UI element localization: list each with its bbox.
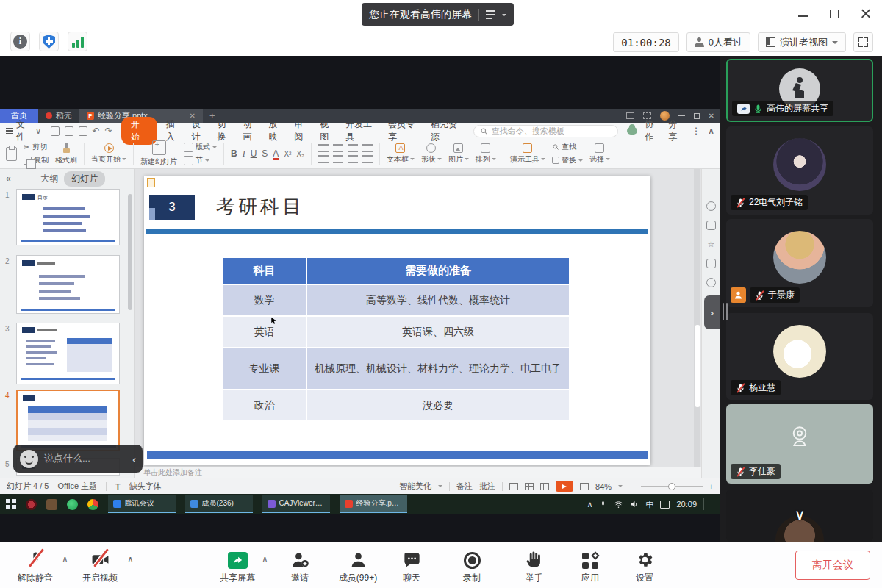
presentation-tools-button[interactable]: 演示工具: [510, 143, 545, 165]
chrome-icon[interactable]: [87, 499, 98, 510]
minimize-button[interactable]: [798, 15, 808, 17]
chat-button[interactable]: 聊天: [392, 548, 431, 584]
shapes-button[interactable]: 形状: [421, 143, 442, 165]
slideshow-play-button[interactable]: [556, 481, 573, 492]
panel-collapse-icon[interactable]: «: [6, 173, 11, 184]
superscript-button[interactable]: X²: [284, 150, 291, 158]
menu-view[interactable]: 视图: [320, 118, 337, 143]
theme-name[interactable]: Office 主题: [57, 481, 97, 492]
menu-member[interactable]: 会员专享: [388, 118, 422, 143]
section-button[interactable]: 节: [184, 155, 217, 165]
chat-input[interactable]: 说点什么...: [44, 452, 120, 465]
more-menu-icon[interactable]: ⋮: [692, 126, 700, 136]
meeting-info-button[interactable]: i: [10, 32, 30, 51]
wps-minimize-button[interactable]: [678, 115, 685, 117]
slide-thumbnail-2[interactable]: [16, 255, 120, 314]
collaborate-button[interactable]: 协作: [645, 118, 661, 143]
normal-view-icon[interactable]: [509, 483, 518, 490]
touch-keyboard-icon[interactable]: [660, 501, 670, 509]
raise-hand-button[interactable]: 举手: [515, 548, 553, 584]
view-mode-selector[interactable]: 演讲者视图: [758, 32, 846, 52]
export-icon[interactable]: [79, 126, 87, 136]
command-search[interactable]: [473, 125, 618, 137]
notes-button[interactable]: 备注: [456, 481, 473, 492]
taskbar-app-icon[interactable]: [46, 499, 57, 510]
print-icon[interactable]: [65, 126, 74, 136]
clock[interactable]: 20:09: [676, 500, 697, 509]
tray-expand-icon[interactable]: ∧: [587, 500, 592, 509]
underline-button[interactable]: U: [251, 148, 257, 159]
participant-tile[interactable]: 杨亚慧: [726, 313, 873, 400]
replace-button[interactable]: 替换: [552, 155, 583, 165]
menu-animation[interactable]: 动画: [243, 118, 259, 143]
menu-slideshow[interactable]: 放映: [268, 118, 285, 143]
apps-button[interactable]: 应用: [571, 548, 609, 584]
menu-insert[interactable]: 插入: [166, 118, 183, 143]
chat-collapse-icon[interactable]: ‹: [132, 453, 136, 465]
search-input[interactable]: [492, 126, 609, 135]
security-button[interactable]: [39, 32, 59, 51]
notes-bar[interactable]: 单击此处添加备注: [135, 467, 701, 478]
menu-devtools[interactable]: 开发工具: [345, 118, 379, 143]
taskbar-tencent-meeting[interactable]: 腾讯会议: [108, 495, 176, 513]
beautify-button[interactable]: 智能美化: [399, 481, 431, 492]
panel-scrollbar[interactable]: [128, 194, 132, 310]
members-button[interactable]: 成员(99+): [331, 548, 385, 584]
cloud-sync-icon[interactable]: [627, 127, 638, 135]
zoom-out-button[interactable]: −: [629, 482, 634, 491]
bold-button[interactable]: B: [231, 148, 237, 159]
cut-button[interactable]: ✂剪切: [24, 142, 49, 152]
banner-menu-icon[interactable]: [486, 10, 495, 19]
participant-tile-screenshare[interactable]: 高伟的屏幕共享: [726, 59, 873, 122]
arrange-button[interactable]: 排列: [476, 143, 496, 165]
taskbar-cajviewer[interactable]: CAJViewer 7.2 - [经...: [262, 495, 330, 513]
panel-tab-outline[interactable]: 大纲: [40, 173, 58, 185]
menu-docer-res[interactable]: 稻壳资源: [431, 118, 465, 143]
play-from-current-button[interactable]: 当页开始: [91, 143, 126, 165]
slide-thumbnail-1[interactable]: 目录: [16, 189, 120, 245]
zoom-in-button[interactable]: +: [709, 482, 714, 491]
participant-tile[interactable]: 22电气刘子铭: [726, 126, 873, 215]
find-button[interactable]: 查找: [552, 142, 583, 152]
network-button[interactable]: [68, 32, 87, 51]
video-options-chevron[interactable]: ∧: [127, 554, 134, 564]
properties-icon[interactable]: [706, 201, 716, 211]
settings-panel-icon[interactable]: [706, 220, 716, 230]
paragraph-align-group[interactable]: [318, 144, 373, 163]
menu-design[interactable]: 设计: [192, 118, 209, 143]
panel-tab-slides[interactable]: 幻灯片: [64, 171, 105, 187]
unmute-button[interactable]: 解除静音: [12, 548, 59, 584]
zoom-level[interactable]: 84%: [595, 482, 612, 491]
leave-meeting-button[interactable]: 离开会议: [795, 551, 870, 580]
share-options-chevron[interactable]: ∧: [262, 554, 268, 564]
font-color-button[interactable]: A: [273, 148, 279, 159]
slide-thumbnail-3[interactable]: [16, 323, 120, 384]
sidebar-expander[interactable]: ›: [704, 295, 720, 329]
taskbar-wps-active[interactable]: 经验分享.pptx - WP...: [340, 495, 407, 513]
close-button[interactable]: [861, 9, 870, 18]
taskbar-app-icon[interactable]: [26, 499, 37, 510]
settings-button[interactable]: 设置: [625, 548, 664, 584]
select-button[interactable]: 选择: [589, 143, 610, 165]
reading-view-icon[interactable]: [540, 483, 549, 490]
sidebar-splitter[interactable]: [723, 303, 728, 320]
strike-button[interactable]: S: [262, 148, 268, 159]
help-icon[interactable]: [706, 278, 716, 287]
comments-button[interactable]: 批注: [479, 481, 495, 492]
invite-button[interactable]: 邀请: [279, 548, 320, 584]
tray-mic-icon[interactable]: [599, 500, 607, 509]
new-slide-button[interactable]: 新建幻灯片: [140, 140, 177, 167]
participant-tile-camera-loading[interactable]: 李仕豪: [726, 404, 873, 484]
slide-editor[interactable]: 3 考研科目 科目 需要做的准备 数学 高等数学、线性代数、概率统计: [144, 176, 650, 465]
scroll-more-icon[interactable]: ∨: [795, 506, 806, 523]
watch-count[interactable]: 0人看过: [686, 32, 750, 52]
canvas-scroll-track[interactable]: [694, 169, 700, 467]
maximize-button[interactable]: [830, 10, 839, 18]
wps-tab-docer[interactable]: 稻壳: [38, 109, 79, 123]
emoji-button[interactable]: [20, 450, 38, 468]
sorter-view-icon[interactable]: [525, 483, 534, 490]
comment-panel-icon[interactable]: [706, 259, 716, 268]
taskbar-members-window[interactable]: 成员(236): [185, 495, 253, 513]
format-painter-button[interactable]: 格式刷: [55, 143, 77, 165]
ime-indicator[interactable]: 中: [645, 499, 653, 510]
